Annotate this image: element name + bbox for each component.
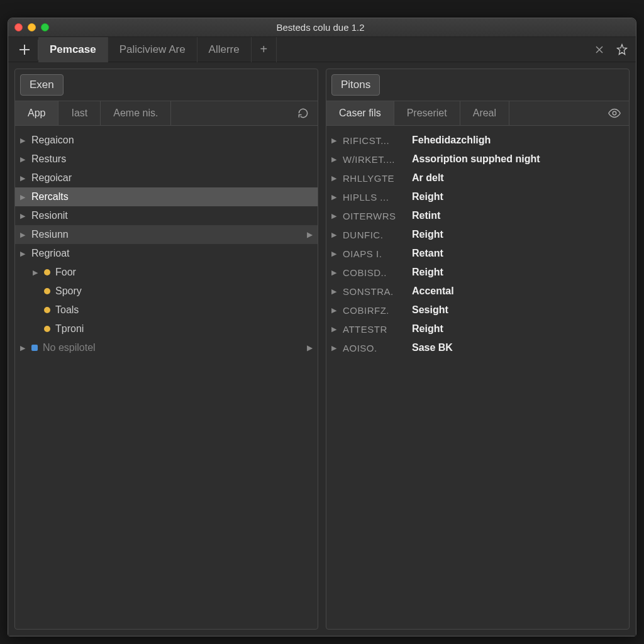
item-key: ATTESTR (343, 324, 412, 335)
caret-icon: ▶ (20, 344, 31, 352)
item-value: Retant (412, 248, 443, 259)
tree-label: Tproni (55, 323, 84, 335)
item-value: Reight (412, 229, 443, 240)
list-item[interactable]: ▶SONSTRA.Accental (326, 282, 629, 301)
tab-label: Allerre (209, 43, 240, 56)
list-item[interactable]: ▶RHLLYGTEAr delt (326, 169, 629, 187)
caret-icon: ▶ (331, 269, 343, 277)
tree-row-no-esp[interactable]: ▶No espilotel▶ (15, 338, 318, 357)
settings-star-icon[interactable] (611, 38, 633, 61)
left-tree: ▶Regaicon ▶Resturs ▶Regoicar ▶Rercalts ▶… (15, 126, 318, 629)
left-panel: Exen App Iast Aeme nis. ▶Regaicon ▶Restu… (14, 69, 318, 630)
tree-child[interactable]: ▶Spory (15, 282, 318, 301)
caret-icon: ▶ (331, 212, 343, 220)
item-value: Reight (412, 323, 443, 335)
dot-icon (44, 269, 50, 275)
caret-icon: ▶ (331, 250, 343, 258)
item-key: COBIRFZ. (343, 305, 412, 316)
tree-row[interactable]: ▶Resturs (15, 150, 318, 169)
item-value: Fehedidazchligh (412, 135, 491, 146)
subtab-caser[interactable]: Caser fils (326, 101, 394, 125)
close-icon[interactable] (588, 38, 611, 61)
caret-icon: ▶ (331, 325, 343, 333)
tab-paliciview[interactable]: Paliciview Are (108, 37, 197, 62)
tree-child[interactable]: ▶Toals (15, 301, 318, 319)
tab-label: Pemcase (50, 43, 96, 56)
add-tab-button[interactable]: + (252, 37, 277, 62)
item-value: Sesight (412, 304, 448, 316)
close-window-button[interactable] (14, 23, 23, 31)
tree-label: Regoicar (31, 172, 72, 184)
content-area: Exen App Iast Aeme nis. ▶Regaicon ▶Restu… (8, 62, 636, 636)
list-item[interactable]: ▶ATTESTRReight (326, 319, 629, 338)
subtab-label: Iast (71, 108, 87, 118)
left-subtabs: App Iast Aeme nis. (15, 101, 318, 126)
tree-label: Resiunn (31, 229, 69, 240)
caret-icon: ▶ (331, 174, 343, 182)
item-value: Reight (412, 267, 443, 278)
item-key: AOISO. (343, 343, 412, 353)
tree-label: Regrioat (31, 248, 69, 259)
right-panel: Pitons Caser fils Preseriet Areal ▶RIFIC… (326, 69, 630, 630)
tree-label: Toals (55, 304, 79, 316)
tab-pemcase[interactable]: Pemcase (38, 37, 108, 62)
subtab-preseriet[interactable]: Preseriet (394, 101, 460, 125)
tree-row[interactable]: ▶Resionit (15, 206, 318, 225)
app-window: Besteds colu due 1.2 Pemcase Paliciview … (8, 18, 636, 636)
caret-icon: ▶ (20, 212, 31, 220)
button-label: Exen (30, 79, 54, 91)
svg-point-0 (613, 111, 616, 115)
eye-icon[interactable] (600, 106, 629, 120)
tree-child[interactable]: ▶Foor (15, 263, 318, 282)
panel-toggle-icon[interactable] (11, 40, 38, 60)
tree-label: Rercalts (31, 191, 69, 203)
caret-icon: ▶ (20, 155, 31, 164)
caret-icon: ▶ (331, 306, 343, 314)
list-item[interactable]: ▶DUNFIC.Reight (326, 225, 629, 244)
dot-icon (44, 307, 50, 313)
list-item[interactable]: ▶W/IRKET....Assoription supphed night (326, 150, 629, 169)
caret-icon: ▶ (20, 231, 31, 239)
tree-row[interactable]: ▶Regrioat (15, 244, 318, 263)
refresh-icon[interactable] (289, 107, 318, 119)
tree-row[interactable]: ▶Regoicar (15, 169, 318, 187)
tree-row-selected[interactable]: ▶Rercalts (15, 187, 318, 206)
tab-allerre[interactable]: Allerre (197, 37, 252, 62)
list-item[interactable]: ▶AOISO.Sase BK (326, 338, 629, 357)
caret-icon: ▶ (33, 269, 44, 277)
list-item[interactable]: ▶COBISD..Reight (326, 263, 629, 282)
subtab-label: Caser fils (339, 108, 381, 118)
titlebar: Besteds colu due 1.2 (8, 18, 636, 37)
item-key: OITERWRS (343, 211, 412, 221)
list-item[interactable]: ▶HIPLLS ...Reight (326, 187, 629, 206)
main-tabbar: Pemcase Paliciview Are Allerre + (8, 37, 636, 62)
zoom-window-button[interactable] (41, 23, 49, 31)
item-value: Assoription supphed night (412, 153, 540, 165)
pitons-button[interactable]: Pitons (331, 74, 380, 96)
list-item[interactable]: ▶RIFICST...Fehedidazchligh (326, 131, 629, 150)
caret-icon: ▶ (331, 193, 343, 201)
button-label: Pitons (341, 79, 370, 91)
subtab-areal[interactable]: Areal (460, 101, 509, 125)
item-key: RHLLYGTE (343, 173, 412, 184)
subtab-label: Aeme nis. (113, 108, 158, 118)
tree-child[interactable]: ▶Tproni (15, 319, 318, 338)
exen-button[interactable]: Exen (20, 74, 64, 96)
minimize-window-button[interactable] (28, 23, 36, 31)
subtab-app[interactable]: App (15, 101, 58, 125)
list-item[interactable]: ▶OIAPS I.Retant (326, 244, 629, 263)
subtab-aeme[interactable]: Aeme nis. (101, 101, 171, 125)
tree-label: Spory (55, 286, 82, 297)
list-item[interactable]: ▶COBIRFZ.Sesight (326, 301, 629, 319)
item-key: COBISD.. (343, 267, 412, 278)
item-value: Ar delt (412, 172, 444, 184)
tree-row[interactable]: ▶Regaicon (15, 131, 318, 150)
tree-row[interactable]: ▶Resiunn▶ (15, 225, 318, 244)
list-item[interactable]: ▶OITERWRSRetint (326, 206, 629, 225)
left-panel-head: Exen (15, 69, 318, 101)
item-value: Sase BK (412, 342, 453, 353)
caret-icon: ▶ (331, 231, 343, 239)
tree-label: No espilotel (43, 342, 96, 353)
item-key: DUNFIC. (343, 230, 412, 240)
subtab-iast[interactable]: Iast (58, 101, 101, 125)
